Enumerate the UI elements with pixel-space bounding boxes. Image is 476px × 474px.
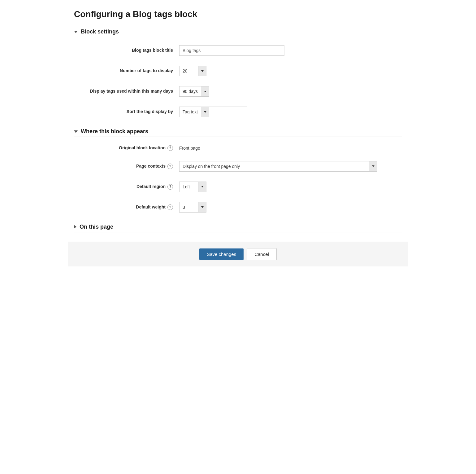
display-days-arrow[interactable] bbox=[201, 86, 209, 96]
chevron-down-icon bbox=[372, 165, 374, 167]
default-weight-help-icon[interactable]: ? bbox=[167, 204, 173, 210]
page-contexts-help-icon[interactable]: ? bbox=[167, 164, 173, 169]
default-region-label: Default region bbox=[136, 184, 166, 190]
original-location-label: Original block location bbox=[119, 145, 166, 151]
sort-control: Tag text bbox=[179, 107, 247, 117]
chevron-down-icon bbox=[201, 186, 204, 187]
sort-select[interactable]: Tag text bbox=[179, 107, 247, 117]
where-block-section: Where this block appears Original block … bbox=[74, 128, 402, 214]
original-location-row: Original block location ? Front page bbox=[74, 143, 402, 153]
default-weight-label-wrap: Default weight ? bbox=[74, 204, 179, 210]
sort-row: Sort the tag display by Tag text bbox=[74, 105, 402, 119]
original-location-value: Front page bbox=[179, 146, 200, 151]
original-location-help-icon[interactable]: ? bbox=[167, 145, 173, 151]
where-block-label: Where this block appears bbox=[81, 128, 148, 135]
block-settings-header[interactable]: Block settings bbox=[74, 29, 402, 37]
page-contexts-label-wrap: Page contexts ? bbox=[74, 163, 179, 169]
default-weight-select[interactable]: 3 bbox=[179, 202, 206, 213]
save-button[interactable]: Save changes bbox=[199, 248, 244, 260]
default-weight-row: Default weight ? 3 bbox=[74, 200, 402, 214]
default-region-row: Default region ? Left bbox=[74, 180, 402, 194]
num-tags-arrow[interactable] bbox=[198, 66, 206, 76]
sort-value: Tag text bbox=[180, 108, 201, 116]
original-location-label-wrap: Original block location ? bbox=[74, 145, 179, 151]
default-weight-arrow[interactable] bbox=[198, 202, 206, 212]
blog-tags-title-label: Blog tags block title bbox=[74, 47, 179, 54]
default-region-value: Left bbox=[180, 182, 198, 191]
display-days-row: Display tags used within this many days … bbox=[74, 84, 402, 99]
page-contexts-row: Page contexts ? Display on the front pag… bbox=[74, 159, 402, 173]
num-tags-control: 20 bbox=[179, 66, 206, 76]
display-days-label: Display tags used within this many days bbox=[74, 88, 179, 94]
on-this-page-section: On this page bbox=[74, 224, 402, 232]
display-days-control: 90 days bbox=[179, 86, 209, 97]
sort-label: Sort the tag display by bbox=[74, 109, 179, 115]
block-settings-section: Block settings Blog tags block title Num… bbox=[74, 29, 402, 119]
chevron-down-icon bbox=[201, 206, 204, 208]
blog-tags-title-input[interactable] bbox=[179, 45, 284, 56]
sort-arrow[interactable] bbox=[201, 107, 209, 117]
chevron-down-icon bbox=[204, 111, 206, 113]
chevron-down-icon bbox=[74, 31, 78, 33]
blog-tags-title-row: Blog tags block title bbox=[74, 43, 402, 58]
page-contexts-label: Page contexts bbox=[136, 163, 166, 169]
chevron-down-icon bbox=[204, 91, 206, 92]
default-region-control: Left bbox=[179, 182, 206, 192]
chevron-down-icon bbox=[74, 130, 78, 133]
default-region-arrow[interactable] bbox=[198, 182, 206, 192]
display-days-value: 90 days bbox=[180, 87, 201, 96]
num-tags-row: Number of tags to display 20 bbox=[74, 64, 402, 78]
default-weight-label: Default weight bbox=[136, 204, 166, 210]
blog-tags-title-control bbox=[179, 45, 284, 56]
num-tags-value: 20 bbox=[180, 67, 198, 75]
footer-bar: Save changes Cancel bbox=[68, 242, 408, 266]
cancel-button[interactable]: Cancel bbox=[247, 248, 277, 260]
page-title: Configuring a Blog tags block bbox=[74, 9, 402, 19]
page-contexts-control: Display on the front page only bbox=[179, 161, 377, 172]
num-tags-select[interactable]: 20 bbox=[179, 66, 206, 76]
original-location-control: Front page bbox=[179, 146, 200, 151]
default-weight-control: 3 bbox=[179, 202, 206, 213]
chevron-down-icon bbox=[201, 70, 204, 72]
chevron-right-icon bbox=[74, 225, 76, 229]
display-days-select[interactable]: 90 days bbox=[179, 86, 209, 97]
page-contexts-arrow[interactable] bbox=[369, 161, 377, 171]
num-tags-label: Number of tags to display bbox=[74, 68, 179, 74]
on-this-page-header[interactable]: On this page bbox=[74, 224, 402, 232]
where-block-header[interactable]: Where this block appears bbox=[74, 128, 402, 137]
on-this-page-label: On this page bbox=[80, 224, 113, 230]
default-region-help-icon[interactable]: ? bbox=[167, 184, 173, 190]
block-settings-label: Block settings bbox=[81, 29, 119, 35]
page-contexts-value: Display on the front page only bbox=[180, 162, 369, 171]
default-region-select[interactable]: Left bbox=[179, 182, 206, 192]
page-contexts-select[interactable]: Display on the front page only bbox=[179, 161, 377, 172]
default-region-label-wrap: Default region ? bbox=[74, 184, 179, 190]
default-weight-value: 3 bbox=[180, 203, 198, 212]
